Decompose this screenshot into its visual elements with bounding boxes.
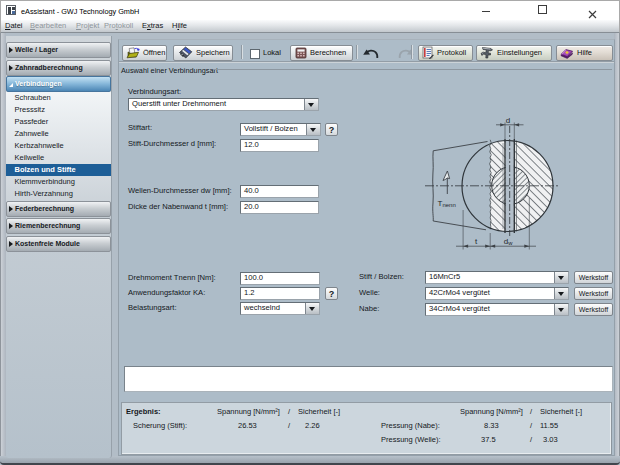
svg-text:Tnenn: Tnenn xyxy=(438,199,456,209)
svg-text:t: t xyxy=(475,237,478,246)
svg-text:dw: dw xyxy=(504,237,513,246)
svg-text:d: d xyxy=(506,116,510,125)
